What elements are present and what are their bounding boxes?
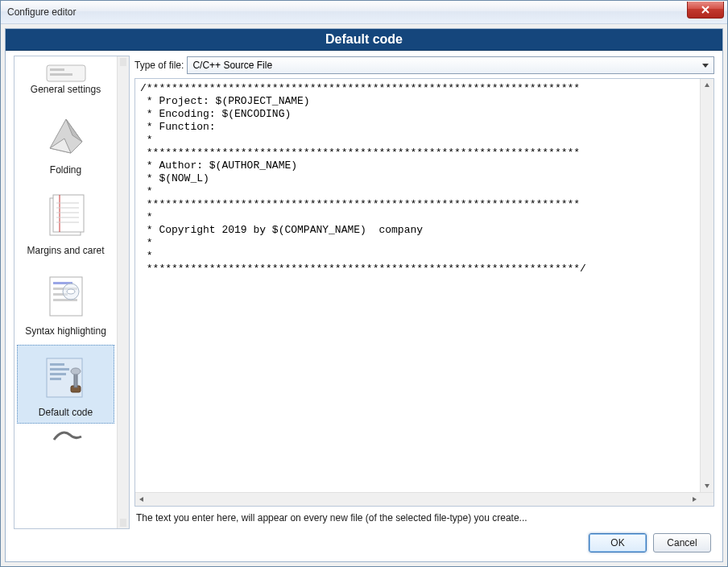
sidebar-item-label: General settings: [31, 84, 101, 95]
svg-rect-1: [50, 68, 64, 71]
svg-marker-32: [693, 497, 697, 502]
window-title: Configure editor: [7, 6, 76, 18]
sidebar-item-label: Syntax highlighting: [25, 325, 106, 337]
button-row: OK Cancel: [6, 529, 722, 561]
cancel-button[interactable]: Cancel: [653, 533, 711, 553]
ok-button[interactable]: OK: [589, 533, 647, 553]
dialog-body: Default code General settings: [5, 28, 723, 562]
svg-rect-25: [50, 378, 61, 380]
filetype-label: Type of file:: [134, 60, 184, 71]
sidebar-item-label: Folding: [50, 164, 81, 176]
sidebar: General settings Folding: [14, 56, 130, 529]
folding-icon: [37, 106, 95, 164]
filetype-value: C/C++ Source File: [192, 60, 272, 71]
scroll-left-icon: [135, 493, 148, 506]
hint-text: The text you enter here, will appear on …: [134, 507, 714, 529]
margins-icon: [37, 187, 95, 245]
svg-rect-22: [50, 363, 64, 366]
scroll-right-icon: [688, 493, 701, 506]
content-area: General settings Folding: [6, 51, 722, 529]
svg-rect-2: [50, 73, 72, 76]
scroll-down-icon: [701, 479, 714, 492]
code-editor: /***************************************…: [134, 78, 714, 507]
sidebar-item-syntax-highlighting[interactable]: Syntax highlighting: [14, 263, 117, 343]
editor-horizontal-scrollbar[interactable]: [135, 492, 714, 506]
sidebar-scrollbar[interactable]: [117, 56, 129, 528]
filetype-select[interactable]: C/C++ Source File: [187, 56, 714, 74]
svg-rect-24: [50, 373, 66, 375]
filetype-row: Type of file: C/C++ Source File: [134, 56, 714, 75]
general-settings-icon: [37, 63, 95, 84]
svg-marker-30: [705, 484, 709, 488]
svg-marker-29: [705, 83, 709, 87]
partial-icon: [37, 425, 95, 441]
scroll-up-icon: [701, 79, 714, 92]
svg-marker-31: [139, 497, 143, 502]
sidebar-list: General settings Folding: [14, 56, 117, 528]
page-banner: Default code: [6, 29, 722, 51]
svg-point-20: [67, 289, 75, 294]
code-editor-body: /***************************************…: [135, 79, 714, 492]
editor-vertical-scrollbar[interactable]: [700, 79, 714, 492]
default-code-icon: [37, 349, 95, 407]
titlebar: Configure editor: [1, 1, 727, 24]
svg-rect-27: [74, 373, 77, 387]
sidebar-item-general-settings[interactable]: General settings: [14, 58, 117, 101]
right-pane: Type of file: C/C++ Source File /*******…: [134, 56, 714, 529]
dialog-window: Configure editor Default code: [0, 0, 728, 567]
sidebar-item-label: Margins and caret: [27, 245, 104, 256]
syntax-icon: [37, 267, 95, 325]
svg-rect-7: [53, 195, 84, 232]
code-editor-text[interactable]: /***************************************…: [135, 79, 700, 492]
sidebar-item-folding[interactable]: Folding: [14, 101, 117, 182]
sidebar-item-margins-and-caret[interactable]: Margins and caret: [14, 182, 117, 263]
close-button[interactable]: [687, 2, 724, 19]
sidebar-item-default-code[interactable]: Default code: [17, 345, 114, 424]
sidebar-item-label: Default code: [39, 407, 93, 418]
sidebar-item-next[interactable]: [14, 425, 117, 449]
svg-rect-23: [50, 368, 69, 370]
svg-point-28: [71, 368, 81, 375]
close-icon: [701, 6, 709, 14]
